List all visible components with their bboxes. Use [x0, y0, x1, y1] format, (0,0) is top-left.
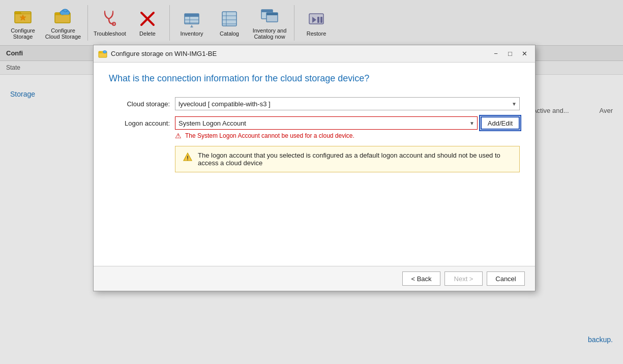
svg-point-33 — [187, 160, 188, 161]
cloud-storage-label: Cloud storage: — [109, 100, 170, 108]
cloud-storage-row: Cloud storage: lyvecloud [ compatible-wi… — [109, 97, 520, 110]
warning-box: The logon account that you selected is c… — [175, 146, 520, 172]
warning-triangle-icon — [183, 152, 193, 162]
dialog-window-controls: − □ ✕ — [489, 48, 531, 59]
warning-message-text: The logon account that you selected is c… — [198, 151, 512, 167]
error-icon: ⚠ — [175, 132, 183, 140]
error-message-row: ⚠ The System Logon Account cannot be use… — [175, 132, 520, 140]
dialog-close-button[interactable]: ✕ — [518, 48, 531, 59]
dialog-title-text: Configure storage on WIN-IMG1-BE — [111, 50, 489, 57]
back-button[interactable]: < Back — [402, 271, 440, 286]
logon-account-row: Logon account: System Logon Account Add/… — [109, 116, 520, 130]
cloud-storage-select-wrapper: lyvecloud [ compatible-with-s3 ] — [175, 97, 520, 110]
dialog-footer: < Back Next > Cancel — [94, 266, 535, 291]
cloud-storage-select[interactable]: lyvecloud [ compatible-with-s3 ] — [175, 97, 520, 110]
logon-select-wrapper: System Logon Account — [175, 116, 478, 130]
logon-account-select[interactable]: System Logon Account — [175, 116, 478, 130]
dialog-title-icon — [98, 49, 108, 59]
next-button[interactable]: Next > — [444, 271, 483, 286]
dialog-content: What is the connection information for t… — [94, 63, 535, 266]
dialog-titlebar: Configure storage on WIN-IMG1-BE − □ ✕ — [94, 45, 535, 63]
dialog-maximize-button[interactable]: □ — [503, 48, 517, 59]
dialog-question: What is the connection information for t… — [109, 73, 520, 84]
svg-point-31 — [103, 50, 107, 53]
dialog-minimize-button[interactable]: − — [489, 48, 502, 59]
add-edit-button[interactable]: Add/Edit — [481, 116, 520, 130]
logon-account-label: Logon account: — [109, 119, 170, 127]
error-message-text: The System Logon Account cannot be used … — [185, 132, 354, 139]
configure-storage-dialog: Configure storage on WIN-IMG1-BE − □ ✕ W… — [93, 45, 536, 291]
cancel-button[interactable]: Cancel — [487, 271, 525, 286]
